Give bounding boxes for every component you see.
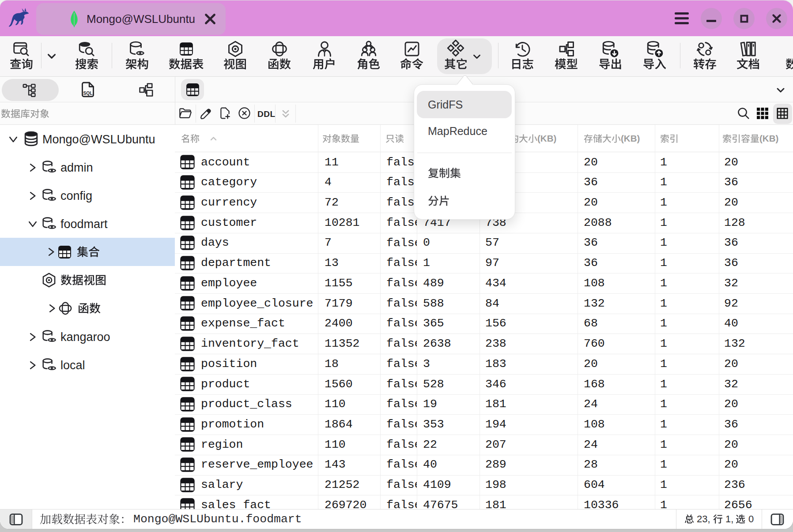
- svg-text:SQL: SQL: [83, 91, 93, 96]
